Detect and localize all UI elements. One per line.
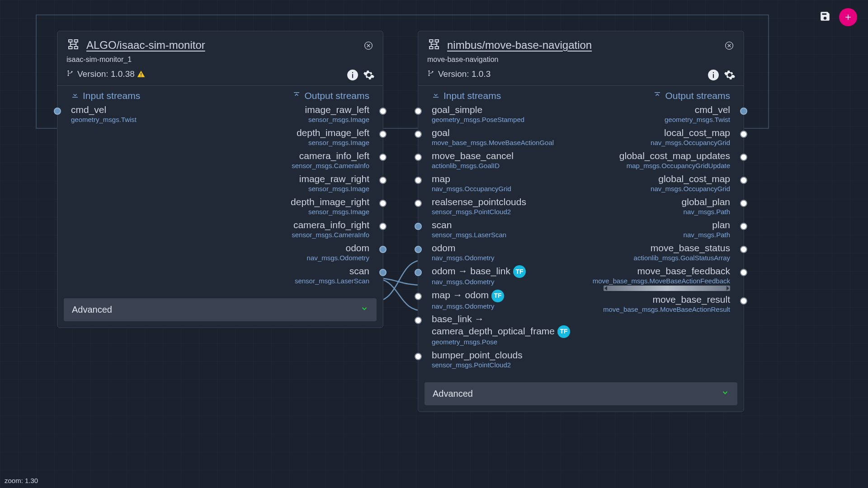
input-port[interactable] bbox=[415, 108, 422, 115]
input-stream[interactable]: base_link → camera_depth_optical_frameTF… bbox=[432, 311, 581, 347]
horizontal-scroll-indicator[interactable] bbox=[604, 286, 730, 291]
info-icon[interactable] bbox=[347, 69, 359, 81]
output-port[interactable] bbox=[740, 131, 747, 138]
output-stream[interactable]: move_base_resultmove_base_msgs.MoveBaseA… bbox=[581, 292, 730, 315]
advanced-toggle[interactable]: Advanced bbox=[425, 382, 737, 405]
node-move-base-navigation[interactable]: nimbus/move-base-navigation move-base-na… bbox=[418, 31, 744, 412]
tf-badge: TF bbox=[557, 325, 570, 338]
output-port[interactable] bbox=[740, 108, 747, 115]
output-stream[interactable]: camera_info_rightsensor_msgs.CameraInfo bbox=[220, 217, 369, 240]
gear-icon[interactable] bbox=[724, 69, 736, 81]
input-stream[interactable]: cmd_velgeometry_msgs.Twist bbox=[71, 102, 220, 125]
output-port[interactable] bbox=[740, 223, 747, 230]
stream-type: geometry_msgs.Pose bbox=[432, 338, 581, 347]
output-port[interactable] bbox=[740, 246, 747, 253]
input-port[interactable] bbox=[415, 353, 422, 360]
input-port[interactable] bbox=[415, 177, 422, 184]
output-stream[interactable]: plannav_msgs.Path bbox=[581, 217, 730, 240]
svg-rect-8 bbox=[352, 72, 353, 73]
output-port[interactable] bbox=[740, 297, 747, 305]
output-port[interactable] bbox=[379, 200, 387, 207]
save-icon[interactable] bbox=[819, 10, 831, 24]
flow-icon bbox=[427, 38, 441, 53]
output-stream[interactable]: local_cost_mapnav_msgs.OccupancyGrid bbox=[581, 125, 730, 148]
output-port[interactable] bbox=[740, 269, 747, 276]
output-stream[interactable]: global_plannav_msgs.Path bbox=[581, 194, 730, 217]
info-icon[interactable] bbox=[708, 69, 719, 81]
node-title[interactable]: ALGO/isaac-sim-monitor bbox=[86, 39, 205, 52]
input-port[interactable] bbox=[415, 246, 422, 253]
stream-type: nav_msgs.OccupancyGrid bbox=[581, 185, 730, 193]
output-stream[interactable]: global_cost_mapnav_msgs.OccupancyGrid bbox=[581, 171, 730, 194]
branch-icon bbox=[427, 70, 438, 79]
stream-type: sensor_msgs.LaserScan bbox=[220, 277, 369, 286]
input-port[interactable] bbox=[415, 223, 422, 230]
output-stream[interactable]: cmd_velgeometry_msgs.Twist bbox=[581, 102, 730, 125]
input-stream[interactable]: odomnav_msgs.Odometry bbox=[432, 240, 581, 263]
stream-name: map bbox=[432, 173, 581, 185]
input-port[interactable] bbox=[54, 108, 61, 115]
output-stream[interactable]: move_base_feedbackmove_base_msgs.MoveBas… bbox=[581, 263, 730, 292]
stream-name: move_base_result bbox=[581, 294, 730, 305]
close-icon[interactable] bbox=[725, 41, 734, 50]
input-port[interactable] bbox=[415, 317, 422, 324]
stream-name: camera_info_left bbox=[220, 150, 369, 162]
output-stream[interactable]: depth_image_rightsensor_msgs.Image bbox=[220, 194, 369, 217]
input-stream[interactable]: scansensor_msgs.LaserScan bbox=[432, 217, 581, 240]
output-port[interactable] bbox=[379, 154, 387, 161]
stream-type: nav_msgs.Odometry bbox=[432, 254, 581, 263]
output-port[interactable] bbox=[379, 131, 387, 138]
input-stream[interactable]: move_base_cancelactionlib_msgs.GoalID bbox=[432, 148, 581, 171]
output-port[interactable] bbox=[740, 154, 747, 161]
input-stream[interactable]: mapnav_msgs.OccupancyGrid bbox=[432, 171, 581, 194]
output-port[interactable] bbox=[379, 269, 387, 276]
input-stream[interactable]: odom → base_linkTFnav_msgs.Odometry bbox=[432, 263, 581, 287]
svg-point-11 bbox=[429, 75, 430, 76]
stream-name: bumper_point_clouds bbox=[432, 349, 581, 361]
stream-name: image_raw_right bbox=[220, 173, 369, 185]
stream-type: move_base_msgs.MoveBaseActionResult bbox=[581, 305, 730, 314]
warning-icon[interactable] bbox=[137, 70, 146, 79]
input-stream[interactable]: bumper_point_cloudssensor_msgs.PointClou… bbox=[432, 347, 581, 371]
stream-type: nav_msgs.OccupancyGrid bbox=[432, 185, 581, 193]
output-stream[interactable]: depth_image_leftsensor_msgs.Image bbox=[220, 125, 369, 148]
advanced-toggle[interactable]: Advanced bbox=[64, 298, 377, 321]
output-stream[interactable]: global_cost_map_updatesmap_msgs.Occupanc… bbox=[581, 148, 730, 171]
outputs-heading: Output streams bbox=[581, 90, 730, 101]
input-port[interactable] bbox=[415, 269, 422, 276]
output-port[interactable] bbox=[740, 200, 747, 207]
output-port[interactable] bbox=[379, 223, 387, 230]
output-stream[interactable]: scansensor_msgs.LaserScan bbox=[220, 263, 369, 286]
input-port[interactable] bbox=[415, 200, 422, 207]
output-stream[interactable]: odomnav_msgs.Odometry bbox=[220, 240, 369, 263]
output-port[interactable] bbox=[379, 246, 387, 253]
input-port[interactable] bbox=[415, 293, 422, 300]
node-title[interactable]: nimbus/move-base-navigation bbox=[447, 39, 592, 52]
output-stream[interactable]: move_base_statusactionlib_msgs.GoalStatu… bbox=[581, 240, 730, 263]
stream-type: nav_msgs.Odometry bbox=[220, 254, 369, 263]
close-icon[interactable] bbox=[364, 41, 373, 50]
gear-icon[interactable] bbox=[363, 69, 375, 81]
input-stream[interactable]: map → odomTFnav_msgs.Odometry bbox=[432, 287, 581, 311]
input-port[interactable] bbox=[415, 131, 422, 138]
stream-name: goal bbox=[432, 127, 581, 139]
output-stream[interactable]: camera_info_leftsensor_msgs.CameraInfo bbox=[220, 148, 369, 171]
stream-name: move_base_status bbox=[581, 242, 730, 254]
output-port[interactable] bbox=[379, 177, 387, 184]
output-stream[interactable]: image_raw_rightsensor_msgs.Image bbox=[220, 171, 369, 194]
input-stream[interactable]: goal_simplegeometry_msgs.PoseStamped bbox=[432, 102, 581, 125]
input-stream[interactable]: goalmove_base_msgs.MoveBaseActionGoal bbox=[432, 125, 581, 148]
node-isaac-sim-monitor[interactable]: ALGO/isaac-sim-monitor isaac-sim-monitor… bbox=[57, 31, 383, 328]
output-stream[interactable]: image_raw_leftsensor_msgs.Image bbox=[220, 102, 369, 125]
output-port[interactable] bbox=[740, 177, 747, 184]
stream-type: sensor_msgs.CameraInfo bbox=[220, 162, 369, 170]
input-stream[interactable]: realsense_pointcloudssensor_msgs.PointCl… bbox=[432, 194, 581, 217]
stream-type: map_msgs.OccupancyGridUpdate bbox=[581, 162, 730, 170]
outputs-heading: Output streams bbox=[220, 90, 369, 101]
add-button[interactable] bbox=[839, 8, 857, 26]
svg-rect-5 bbox=[141, 75, 142, 76]
stream-name: odom → base_linkTF bbox=[432, 265, 581, 278]
input-port[interactable] bbox=[415, 154, 422, 161]
output-port[interactable] bbox=[379, 108, 387, 115]
stream-name: goal_simple bbox=[432, 104, 581, 116]
